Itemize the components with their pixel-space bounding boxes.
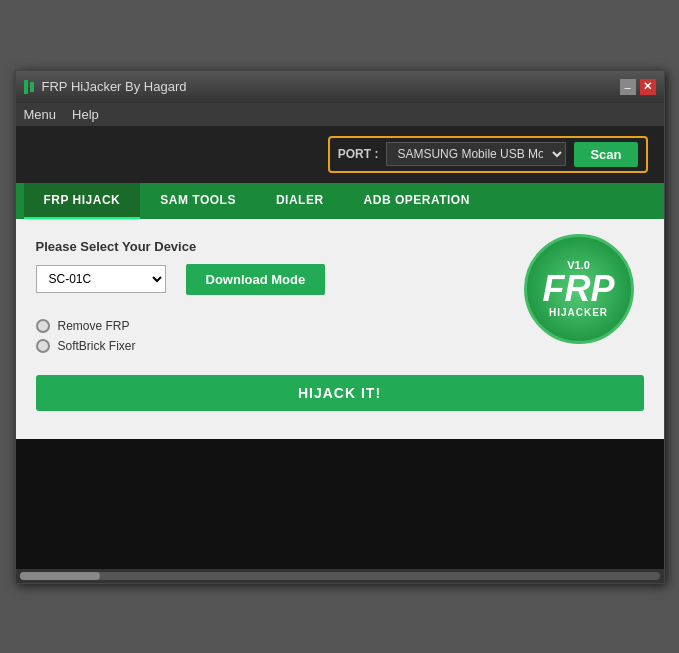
download-mode-button[interactable]: Download Mode [186, 264, 326, 295]
scrollbar-track[interactable] [20, 572, 660, 580]
hijack-button[interactable]: HIJACK IT! [36, 375, 644, 411]
tab-frp-hijack[interactable]: FRP HIJACK [24, 183, 141, 219]
title-bar-left: FRP HiJacker By Hagard [24, 79, 187, 94]
app-icon [24, 80, 34, 94]
title-controls: – ✕ [620, 79, 656, 95]
menu-bar: Menu Help [16, 103, 664, 126]
softbrick-option[interactable]: SoftBrick Fixer [36, 339, 644, 353]
minimize-button[interactable]: – [620, 79, 636, 95]
softbrick-label: SoftBrick Fixer [58, 339, 136, 353]
scan-button[interactable]: Scan [574, 142, 637, 167]
frp-badge: V1.0 FRP HIJACKER [524, 234, 634, 344]
scrollbar-thumb[interactable] [20, 572, 100, 580]
port-container: PORT : SAMSUNG Mobile USB Modem ( Scan [328, 136, 648, 173]
title-bar: FRP HiJacker By Hagard – ✕ [16, 71, 664, 103]
tab-dialer[interactable]: DIALER [256, 183, 344, 219]
remove-frp-radio[interactable] [36, 319, 50, 333]
scrollbar-area[interactable] [16, 569, 664, 583]
tabs-bar: FRP HIJACK SAM TOOLS DIALER ADB OPERATIO… [16, 183, 664, 219]
port-bar: PORT : SAMSUNG Mobile USB Modem ( Scan [16, 126, 664, 183]
tab-sam-tools[interactable]: SAM TOOLS [140, 183, 256, 219]
menu-menu-item[interactable]: Menu [24, 107, 57, 122]
remove-frp-label: Remove FRP [58, 319, 130, 333]
log-area [16, 439, 664, 569]
port-select[interactable]: SAMSUNG Mobile USB Modem ( [386, 142, 566, 166]
softbrick-radio[interactable] [36, 339, 50, 353]
frp-main-text: FRP [543, 271, 615, 307]
window-title: FRP HiJacker By Hagard [42, 79, 187, 94]
content-area: V1.0 FRP HIJACKER Please Select Your Dev… [16, 219, 664, 439]
frp-sub-text: HIJACKER [549, 307, 608, 318]
main-window: FRP HiJacker By Hagard – ✕ Menu Help POR… [15, 70, 665, 584]
menu-help-item[interactable]: Help [72, 107, 99, 122]
port-label: PORT : [338, 147, 379, 161]
tab-adb-operation[interactable]: ADB OPERATION [344, 183, 490, 219]
device-select[interactable]: SC-01C [36, 265, 166, 293]
close-button[interactable]: ✕ [640, 79, 656, 95]
